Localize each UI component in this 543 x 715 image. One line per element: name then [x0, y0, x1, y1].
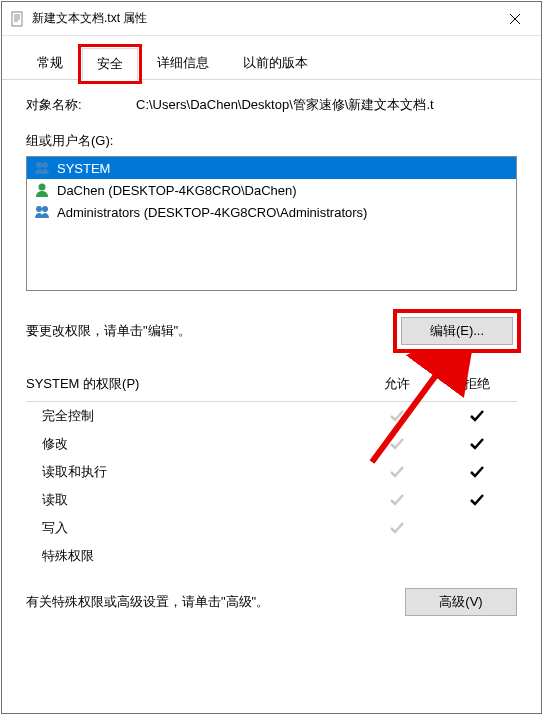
list-item-label: SYSTEM — [57, 161, 110, 176]
advanced-row: 有关特殊权限或高级设置，请单击"高级"。 高级(V) — [26, 588, 517, 616]
tab-general[interactable]: 常规 — [22, 47, 78, 79]
permission-name: 写入 — [42, 519, 357, 537]
object-name-label: 对象名称: — [26, 96, 136, 114]
permission-row: 读取和执行 — [26, 458, 517, 486]
list-item-label: Administrators (DESKTOP-4KG8CRO\Administ… — [57, 205, 367, 220]
permissions-table: 完全控制修改读取和执行读取写入特殊权限 — [26, 401, 517, 570]
object-path: C:\Users\DaChen\Desktop\管家速修\新建文本文档.t — [136, 96, 517, 114]
permissions-subject: SYSTEM 的权限(P) — [26, 375, 357, 393]
permission-name: 完全控制 — [42, 407, 357, 425]
permissions-deny-header: 拒绝 — [437, 375, 517, 393]
list-item-label: DaChen (DESKTOP-4KG8CRO\DaChen) — [57, 183, 297, 198]
close-button[interactable] — [492, 4, 537, 34]
tab-strip: 常规 安全 详细信息 以前的版本 — [2, 36, 541, 80]
tab-panel-security: 对象名称: C:\Users\DaChen\Desktop\管家速修\新建文本文… — [2, 80, 541, 626]
permission-row: 修改 — [26, 430, 517, 458]
tab-security[interactable]: 安全 — [82, 48, 138, 80]
permission-row: 完全控制 — [26, 402, 517, 430]
tab-details[interactable]: 详细信息 — [142, 47, 224, 79]
permission-row: 读取 — [26, 486, 517, 514]
permission-name: 读取 — [42, 491, 357, 509]
permission-name: 读取和执行 — [42, 463, 357, 481]
permission-deny-check — [437, 407, 517, 425]
svg-point-1 — [36, 162, 42, 168]
window-title: 新建文本文档.txt 属性 — [32, 10, 492, 27]
properties-window: 新建文本文档.txt 属性 常规 安全 详细信息 以前的版本 对象名称: C:\… — [1, 1, 542, 714]
permission-allow-check — [357, 519, 437, 537]
edit-button-highlight: 编辑(E)... — [397, 313, 517, 349]
svg-point-3 — [39, 184, 46, 191]
list-item[interactable]: DaChen (DESKTOP-4KG8CRO\DaChen) — [27, 179, 516, 201]
permissions-header: SYSTEM 的权限(P) 允许 拒绝 — [26, 375, 517, 393]
advanced-button[interactable]: 高级(V) — [405, 588, 517, 616]
svg-point-5 — [42, 206, 48, 212]
edit-hint-text: 要更改权限，请单击"编辑"。 — [26, 322, 397, 340]
group-users-label: 组或用户名(G): — [26, 132, 517, 150]
edit-button[interactable]: 编辑(E)... — [401, 317, 513, 345]
permission-allow-check — [357, 435, 437, 453]
permission-allow-check — [357, 463, 437, 481]
permission-row: 特殊权限 — [26, 542, 517, 570]
permission-allow-check — [357, 407, 437, 425]
permission-name: 修改 — [42, 435, 357, 453]
group-icon — [33, 159, 51, 177]
file-icon — [10, 11, 26, 27]
permission-row: 写入 — [26, 514, 517, 542]
user-icon — [33, 181, 51, 199]
permission-deny-check — [437, 491, 517, 509]
group-users-listbox[interactable]: SYSTEMDaChen (DESKTOP-4KG8CRO\DaChen)Adm… — [26, 156, 517, 291]
advanced-hint-text: 有关特殊权限或高级设置，请单击"高级"。 — [26, 593, 405, 611]
svg-point-4 — [36, 206, 42, 212]
permission-deny-check — [437, 463, 517, 481]
tab-previous-versions[interactable]: 以前的版本 — [228, 47, 323, 79]
list-item[interactable]: Administrators (DESKTOP-4KG8CRO\Administ… — [27, 201, 516, 223]
svg-point-2 — [42, 162, 48, 168]
titlebar: 新建文本文档.txt 属性 — [2, 2, 541, 36]
permission-allow-check — [357, 491, 437, 509]
list-item[interactable]: SYSTEM — [27, 157, 516, 179]
permissions-allow-header: 允许 — [357, 375, 437, 393]
edit-hint-row: 要更改权限，请单击"编辑"。 编辑(E)... — [26, 313, 517, 349]
permission-name: 特殊权限 — [42, 547, 357, 565]
permission-deny-check — [437, 435, 517, 453]
object-name-row: 对象名称: C:\Users\DaChen\Desktop\管家速修\新建文本文… — [26, 96, 517, 114]
group-icon — [33, 203, 51, 221]
